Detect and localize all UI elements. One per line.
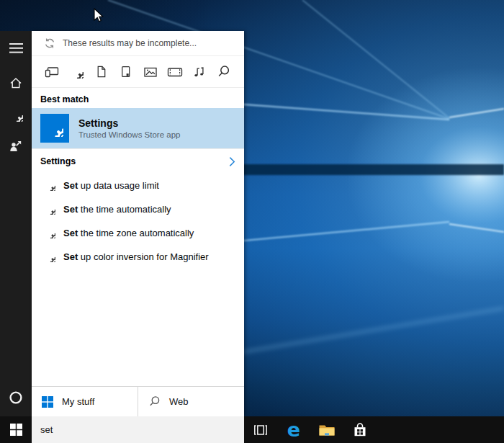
results-incomplete-notice: These results may be incomplete... <box>32 31 244 56</box>
filmstrip-icon <box>167 65 183 79</box>
feedback-icon <box>9 139 23 153</box>
windows-desktop: These results may be incomplete... <box>0 0 504 443</box>
videos-filter-icon[interactable] <box>166 63 184 81</box>
search-results-panel: These results may be incomplete... <box>32 31 244 416</box>
taskbar: e <box>0 416 504 443</box>
suggestion-bold: Set <box>63 228 78 238</box>
gear-icon <box>45 180 55 191</box>
panel-empty-area <box>32 269 244 386</box>
document-icon <box>94 65 108 79</box>
settings-category-row[interactable]: Settings <box>32 148 244 174</box>
search-scope-footer: My stuff Web <box>32 386 244 416</box>
hamburger-menu-button[interactable] <box>6 41 26 55</box>
cortana-circle-icon <box>9 390 23 405</box>
best-match-result-settings[interactable]: Settings Trusted Windows Store app <box>32 108 244 148</box>
start-button[interactable] <box>0 416 32 443</box>
suggestion-label: Set up color inversion for Magnifier <box>63 251 209 262</box>
gear-icon <box>70 65 84 79</box>
gear-icon <box>45 251 55 262</box>
suggestion-label: Set the time automatically <box>63 204 171 215</box>
suggestion-rest: up data usage limit <box>78 180 159 191</box>
documents-filter-icon[interactable] <box>92 63 109 81</box>
windows-flag-icon <box>10 424 22 436</box>
notice-text: These results may be incomplete... <box>63 38 197 48</box>
mouse-cursor <box>94 8 105 24</box>
music-notes-icon <box>192 65 207 79</box>
apps-icon <box>45 65 59 79</box>
sidebar-settings-button[interactable] <box>6 107 26 122</box>
result-subtitle: Trusted Windows Store app <box>78 130 180 140</box>
web-button[interactable]: Web <box>138 387 244 416</box>
result-text: Settings Trusted Windows Store app <box>78 117 180 140</box>
best-match-header: Best match <box>32 88 244 108</box>
suggestion-label: Set the time zone automatically <box>63 228 194 238</box>
gear-icon <box>45 204 55 215</box>
sync-icon[interactable] <box>44 37 55 49</box>
result-title: Settings <box>78 117 180 130</box>
suggestion-bold: Set <box>63 180 78 191</box>
task-view-button[interactable] <box>252 421 269 439</box>
photos-filter-icon[interactable] <box>142 63 159 81</box>
music-filter-icon[interactable] <box>191 63 208 81</box>
sidebar-home-button[interactable] <box>6 76 26 90</box>
search-input[interactable] <box>32 424 244 435</box>
search-filter-bar <box>32 56 244 88</box>
search-sidebar <box>0 31 32 416</box>
suggestion-bold: Set <box>63 204 78 215</box>
hamburger-icon <box>9 43 23 53</box>
task-view-icon <box>253 422 269 438</box>
my-stuff-button[interactable]: My stuff <box>32 387 138 416</box>
gear-icon <box>46 120 63 137</box>
suggestion-rest: the time automatically <box>78 204 171 215</box>
suggestion-time-zone-automatically[interactable]: Set the time zone automatically <box>32 221 244 245</box>
file-explorer-button[interactable] <box>318 421 336 439</box>
sidebar-feedback-button[interactable] <box>6 139 26 153</box>
windows-store-icon <box>351 421 369 439</box>
windows-store-button[interactable] <box>351 421 369 439</box>
suggestion-time-automatically[interactable]: Set the time automatically <box>32 197 244 221</box>
suggestion-bold: Set <box>63 251 78 262</box>
category-label: Settings <box>40 156 76 166</box>
my-stuff-label: My stuff <box>62 396 94 407</box>
windows-flag-icon <box>42 396 53 408</box>
suggestion-data-usage-limit[interactable]: Set up data usage limit <box>32 174 244 197</box>
gear-icon <box>45 228 55 238</box>
cortana-button[interactable] <box>6 390 26 405</box>
folder-tablet-icon <box>119 65 132 79</box>
apps-filter-icon[interactable] <box>43 63 60 81</box>
suggestion-rest: the time zone automatically <box>78 228 194 238</box>
gear-icon <box>9 108 23 122</box>
settings-app-tile <box>40 114 69 143</box>
chevron-right-icon <box>229 156 235 167</box>
folders-filter-icon[interactable] <box>117 63 134 81</box>
file-explorer-icon <box>318 423 336 437</box>
home-icon <box>9 76 23 90</box>
search-icon <box>217 65 230 79</box>
edge-icon: e <box>287 421 300 439</box>
settings-filter-icon[interactable] <box>68 63 85 81</box>
photo-icon <box>143 65 158 79</box>
taskbar-search-box <box>32 416 244 443</box>
suggestion-color-inversion-magnifier[interactable]: Set up color inversion for Magnifier <box>32 245 244 269</box>
edge-browser-button[interactable]: e <box>285 421 302 439</box>
search-icon <box>148 395 161 408</box>
web-label: Web <box>169 396 189 407</box>
suggestion-label: Set up data usage limit <box>63 180 159 191</box>
taskbar-icons: e <box>244 416 369 443</box>
web-filter-icon[interactable] <box>215 63 233 81</box>
suggestion-rest: up color inversion for Magnifier <box>78 251 208 262</box>
